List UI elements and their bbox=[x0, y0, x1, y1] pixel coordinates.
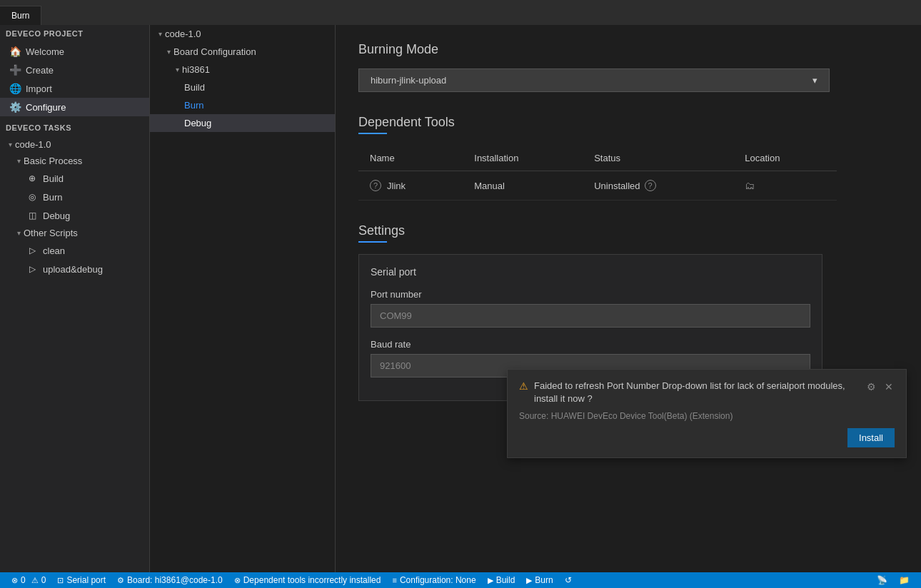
error-count: 0 bbox=[21, 575, 26, 585]
tab-bar: Burn bbox=[0, 0, 921, 25]
burning-mode-value: hiburn-jlink-upload bbox=[371, 75, 446, 86]
notification-header: ⚠ Faided to refresh Port Number Drop-dow… bbox=[519, 380, 895, 405]
build-task-icon: ⊕ bbox=[26, 172, 39, 185]
status-burn[interactable]: ▶ Burn bbox=[520, 575, 558, 585]
error-icon: ⊗ bbox=[11, 576, 18, 585]
burning-mode-title: Burning Mode bbox=[358, 42, 898, 57]
build-label: Build bbox=[496, 575, 515, 585]
project-label: code-1.0 bbox=[15, 139, 51, 150]
install-button[interactable]: Install bbox=[847, 428, 895, 447]
tree-root[interactable]: ▾ code-1.0 bbox=[150, 25, 335, 43]
status-text: Uninstalled bbox=[594, 181, 640, 191]
folder-icon[interactable]: 🗂 bbox=[745, 180, 755, 191]
notification-gear-button[interactable]: ⚙ bbox=[865, 380, 877, 394]
tasks-section: DEVECO TASKS ▾ code-1.0 ▾ Basic Process … bbox=[0, 119, 149, 278]
sidebar-item-task-build[interactable]: ⊕ Build bbox=[0, 169, 149, 188]
basic-process-chevron: ▾ bbox=[17, 157, 21, 165]
tool-name-cell: ? Jlink bbox=[358, 171, 463, 201]
tool-help-icon[interactable]: ? bbox=[370, 180, 381, 191]
history-label: ↺ bbox=[565, 575, 572, 585]
status-serial-port[interactable]: ⊡ Serial port bbox=[51, 575, 111, 585]
notification-close-button[interactable]: ✕ bbox=[883, 380, 895, 394]
sidebar-item-create[interactable]: ➕ Create bbox=[0, 61, 149, 79]
device-label: hi3861 bbox=[182, 64, 210, 75]
col-name: Name bbox=[358, 146, 463, 171]
tree-debug-label: Debug bbox=[184, 118, 211, 128]
tasks-header: DEVECO TASKS bbox=[0, 119, 149, 136]
sidebar-item-task-debug[interactable]: ◫ Debug bbox=[0, 206, 149, 225]
status-configuration[interactable]: ≡ Configuration: None bbox=[386, 575, 481, 585]
notification-footer: Install bbox=[519, 428, 895, 447]
tree-device[interactable]: ▾ hi3861 bbox=[150, 61, 335, 78]
sidebar-item-configure[interactable]: ⚙️ Configure bbox=[0, 98, 149, 116]
dependent-tools-title: Dependent Tools bbox=[358, 115, 898, 130]
status-errors[interactable]: ⊗ 0 ⚠ 0 bbox=[6, 575, 51, 585]
notification-popup: ⚠ Faided to refresh Port Number Drop-dow… bbox=[507, 369, 907, 458]
status-board[interactable]: ⚙ Board: hi3861@code-1.0 bbox=[111, 575, 228, 585]
create-label: Create bbox=[26, 65, 54, 76]
tree-burn-label: Burn bbox=[184, 100, 203, 111]
sidebar-item-upload-debug[interactable]: ▷ upload&debug bbox=[0, 260, 149, 278]
other-scripts-label: Other Scripts bbox=[24, 228, 78, 238]
port-value: COM99 bbox=[380, 310, 412, 321]
burning-mode-dropdown[interactable]: hiburn-jlink-upload ▾ bbox=[358, 69, 830, 92]
status-help-icon[interactable]: ? bbox=[645, 180, 656, 191]
tools-table: Name Installation Status Location ? Jlin… bbox=[358, 146, 837, 201]
notification-source: Source: HUAWEI DevEco Device Tool(Beta) … bbox=[519, 411, 895, 421]
sidebar-item-project[interactable]: ▾ code-1.0 bbox=[0, 136, 149, 153]
other-scripts-chevron: ▾ bbox=[17, 229, 21, 237]
notification-controls: ⚙ ✕ bbox=[865, 380, 895, 394]
tree-build[interactable]: Build bbox=[150, 78, 335, 96]
serial-port-title: Serial port bbox=[371, 266, 810, 278]
status-history[interactable]: ↺ bbox=[559, 575, 578, 585]
tree-panel: ▾ code-1.0 ▾ Board Configuration ▾ hi386… bbox=[150, 25, 336, 572]
col-status: Status bbox=[583, 146, 733, 171]
notification-message: ⚠ Faided to refresh Port Number Drop-dow… bbox=[519, 380, 860, 405]
tool-location: 🗂 bbox=[733, 171, 837, 201]
status-dependent-tools[interactable]: ⊗ Dependent tools incorrectly installed bbox=[228, 575, 387, 585]
tree-build-label: Build bbox=[184, 82, 205, 93]
board-icon: ⚙ bbox=[117, 576, 124, 585]
tree-board-config[interactable]: ▾ Board Configuration bbox=[150, 43, 335, 61]
burn-label: Burn bbox=[535, 575, 553, 585]
settings-underline bbox=[358, 241, 387, 243]
baud-label: Baud rate bbox=[371, 339, 810, 350]
sidebar-item-basic-process[interactable]: ▾ Basic Process bbox=[0, 153, 149, 169]
tab-burn[interactable]: Burn bbox=[0, 6, 41, 25]
welcome-icon: 🏠 bbox=[9, 45, 21, 58]
port-label: Port number bbox=[371, 289, 810, 300]
main-layout: DEVECO PROJECT 🏠 Welcome ➕ Create 🌐 Impo… bbox=[0, 25, 921, 572]
upload-debug-label: upload&debug bbox=[43, 264, 103, 275]
task-burn-label: Burn bbox=[43, 192, 62, 203]
burn-task-icon: ◎ bbox=[26, 191, 39, 203]
warning-count: 0 bbox=[41, 575, 46, 585]
tree-debug[interactable]: Debug bbox=[150, 114, 335, 132]
tool-name: Jlink bbox=[387, 181, 406, 191]
content-area: Burning Mode hiburn-jlink-upload ▾ Depen… bbox=[336, 25, 921, 572]
project-header: DEVECO PROJECT bbox=[0, 25, 149, 42]
status-right-icon2[interactable]: 📁 bbox=[893, 575, 915, 585]
serial-port-label: Serial port bbox=[66, 575, 106, 585]
configure-icon: ⚙️ bbox=[9, 101, 21, 113]
create-icon: ➕ bbox=[9, 64, 21, 76]
dependent-tools-underline bbox=[358, 133, 387, 134]
task-build-label: Build bbox=[43, 173, 64, 184]
board-label: Board: hi3861@code-1.0 bbox=[127, 575, 223, 585]
warning-icon: ⚠ bbox=[31, 576, 39, 585]
sidebar-item-other-scripts[interactable]: ▾ Other Scripts bbox=[0, 225, 149, 241]
config-icon: ≡ bbox=[392, 576, 396, 584]
sidebar-item-welcome[interactable]: 🏠 Welcome bbox=[0, 42, 149, 61]
board-config-label: Board Configuration bbox=[173, 46, 256, 57]
status-build[interactable]: ▶ Build bbox=[482, 575, 521, 585]
tree-burn[interactable]: Burn bbox=[150, 96, 335, 114]
sidebar-item-clean[interactable]: ▷ clean bbox=[0, 241, 149, 260]
status-right-icon1[interactable]: 📡 bbox=[871, 575, 893, 585]
sidebar-item-task-burn[interactable]: ◎ Burn bbox=[0, 188, 149, 206]
tools-label: Dependent tools incorrectly installed bbox=[243, 575, 381, 585]
build-icon: ▶ bbox=[488, 576, 493, 585]
project-chevron: ▾ bbox=[9, 141, 12, 148]
port-input[interactable]: COM99 bbox=[371, 304, 810, 328]
debug-task-icon: ◫ bbox=[26, 209, 39, 222]
sidebar-item-import[interactable]: 🌐 Import bbox=[0, 79, 149, 98]
tool-status: Uninstalled ? bbox=[583, 171, 733, 201]
